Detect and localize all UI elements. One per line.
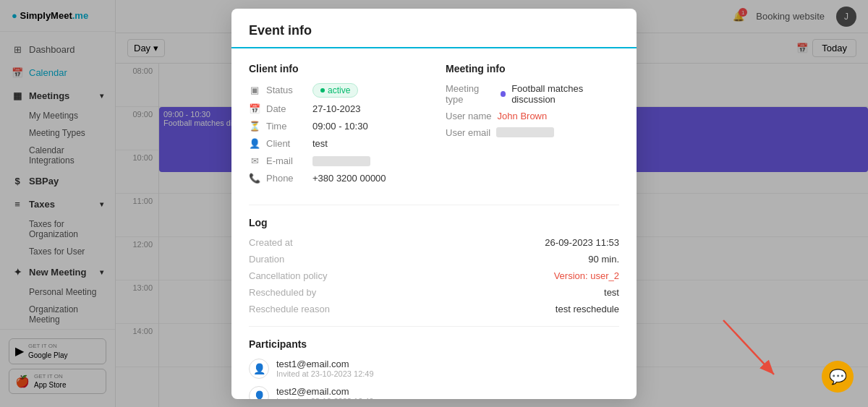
username-value: John Brown bbox=[498, 111, 548, 121]
phone-label: Phone bbox=[266, 173, 307, 184]
participant-avatar: 👤 bbox=[249, 386, 269, 399]
client-icon: 👤 bbox=[249, 138, 260, 150]
time-row: ⏳ Time 09:00 - 10:30 bbox=[249, 121, 422, 132]
meeting-info-section: Meeting info Meeting type Football match… bbox=[446, 63, 619, 190]
chat-fab[interactable]: 💬 bbox=[822, 361, 854, 393]
event-info-modal: Event info Client info ▣ Status active bbox=[231, 9, 637, 399]
log-created-label: Created at bbox=[249, 237, 293, 248]
clock-icon: ⏳ bbox=[249, 121, 260, 132]
user-email-blurred bbox=[496, 127, 554, 137]
log-rescheduled-by-row: Rescheduled by test bbox=[249, 287, 619, 298]
modal-header: Event info bbox=[231, 9, 637, 48]
phone-icon: 📞 bbox=[249, 173, 260, 184]
client-label: Client bbox=[266, 138, 307, 149]
log-section: Log Created at 26-09-2023 11:53 Duration… bbox=[249, 217, 619, 314]
log-cancellation-value: Version: user_2 bbox=[554, 270, 619, 281]
user-email-label: User email bbox=[446, 127, 490, 138]
log-duration-row: Duration 90 min. bbox=[249, 254, 619, 265]
status-value: active bbox=[328, 85, 350, 95]
log-reschedule-reason-row: Reschedule reason test reschedule bbox=[249, 304, 619, 314]
svg-line-1 bbox=[723, 320, 774, 374]
time-label: Time bbox=[266, 121, 307, 132]
status-row: ▣ Status active bbox=[249, 83, 422, 98]
username-row: User name John Brown bbox=[446, 111, 619, 121]
email-row: ✉ E-mail bbox=[249, 155, 422, 167]
log-reschedule-reason-label: Reschedule reason bbox=[249, 304, 330, 314]
participant-invited: Invited at 23-10-2023 12:49 bbox=[276, 369, 374, 378]
participant-avatar: 👤 bbox=[249, 359, 269, 379]
status-badge: active bbox=[312, 83, 358, 98]
participant-info: test2@email.com Invited at 23-10-2023 12… bbox=[276, 386, 374, 399]
chat-icon: 💬 bbox=[829, 368, 847, 385]
divider bbox=[249, 205, 619, 205]
client-value: test bbox=[312, 138, 328, 149]
divider bbox=[249, 326, 619, 327]
status-label: Status bbox=[266, 85, 307, 95]
participant-item: 👤 test1@email.com Invited at 23-10-2023 … bbox=[249, 359, 619, 379]
calendar-icon: 📅 bbox=[249, 103, 260, 115]
participant-item: 👤 test2@email.com Invited at 23-10-2023 … bbox=[249, 386, 619, 399]
email-value-blurred bbox=[312, 156, 370, 166]
log-created-value: 26-09-2023 11:53 bbox=[545, 237, 619, 248]
log-created-row: Created at 26-09-2023 11:53 bbox=[249, 237, 619, 248]
email-icon: ✉ bbox=[249, 155, 260, 167]
status-dot bbox=[320, 88, 325, 93]
log-rescheduled-by-label: Rescheduled by bbox=[249, 287, 316, 298]
time-value: 09:00 - 10:30 bbox=[312, 121, 368, 132]
log-heading: Log bbox=[249, 217, 619, 228]
log-duration-label: Duration bbox=[249, 254, 284, 265]
participants-section: Participants 👤 test1@email.com Invited a… bbox=[249, 338, 619, 399]
modal-two-col: Client info ▣ Status active 📅 Date bbox=[249, 63, 619, 190]
participant-invited: Invited at 23-10-2023 12:49 bbox=[276, 397, 374, 399]
log-rescheduled-by-value: test bbox=[604, 287, 619, 298]
modal-title: Event info bbox=[249, 23, 619, 38]
meeting-type-value: Football matches discussion bbox=[511, 83, 619, 105]
modal-body: Client info ▣ Status active 📅 Date bbox=[231, 48, 637, 399]
date-value: 27-10-2023 bbox=[312, 103, 361, 114]
log-duration-value: 90 min. bbox=[588, 254, 619, 265]
participant-email: test2@email.com bbox=[276, 386, 374, 397]
phone-value: +380 3200 00000 bbox=[312, 173, 386, 184]
user-email-row: User email bbox=[446, 127, 619, 138]
meeting-type-row: Meeting type Football matches discussion bbox=[446, 83, 619, 105]
red-arrow bbox=[709, 313, 796, 385]
date-label: Date bbox=[266, 103, 307, 114]
meeting-type-dot bbox=[501, 91, 506, 97]
username-label: User name bbox=[446, 111, 492, 121]
meeting-info-heading: Meeting info bbox=[446, 63, 619, 74]
phone-row: 📞 Phone +380 3200 00000 bbox=[249, 173, 422, 184]
participants-heading: Participants bbox=[249, 338, 619, 350]
client-row: 👤 Client test bbox=[249, 138, 422, 150]
client-info-heading: Client info bbox=[249, 63, 422, 74]
email-label: E-mail bbox=[266, 155, 307, 166]
log-cancellation-label: Cancellation policy bbox=[249, 270, 327, 281]
log-cancellation-row: Cancellation policy Version: user_2 bbox=[249, 270, 619, 281]
client-info-section: Client info ▣ Status active 📅 Date bbox=[249, 63, 422, 190]
date-row: 📅 Date 27-10-2023 bbox=[249, 103, 422, 115]
log-reschedule-reason-value: test reschedule bbox=[556, 304, 619, 314]
status-icon: ▣ bbox=[249, 85, 260, 96]
meeting-type-label: Meeting type bbox=[446, 83, 495, 105]
participant-info: test1@email.com Invited at 23-10-2023 12… bbox=[276, 359, 374, 378]
participant-email: test1@email.com bbox=[276, 359, 374, 369]
modal-overlay: Event info Client info ▣ Status active bbox=[0, 0, 868, 407]
